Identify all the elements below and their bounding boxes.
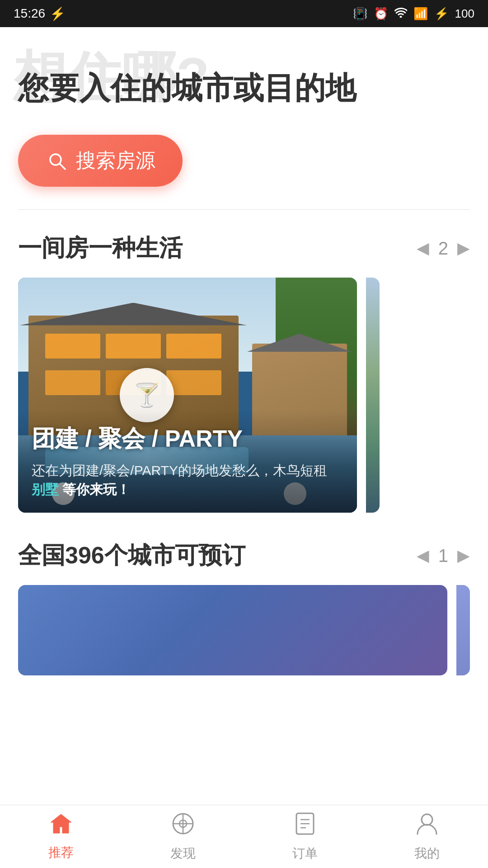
next-arrow-2-icon[interactable]: ▶ (457, 546, 470, 565)
section-2: 全国396个城市可预订 ◀ 1 ▶ (18, 540, 470, 675)
banner-overlay: 团建 / 聚会 / PARTY 还在为团建/聚会/PARTY的场地发愁么，木鸟短… (18, 410, 357, 513)
signal-icon: 📶 (413, 7, 428, 21)
nav-label-home: 推荐 (48, 844, 74, 861)
nav-label-orders: 订单 (292, 845, 318, 862)
prev-arrow-2-icon[interactable]: ◀ (417, 546, 429, 565)
charge-icon: ⚡ (434, 7, 449, 21)
section-2-nav[interactable]: ◀ 1 ▶ (417, 546, 470, 566)
prev-arrow-icon[interactable]: ◀ (417, 239, 429, 258)
section-1: 一间房一种生活 ◀ 2 ▶ (18, 232, 470, 513)
status-bar: 15:26 ⚡ 📳 ⏰ 📶 ⚡ 100 (0, 0, 488, 27)
search-icon (45, 149, 69, 173)
section-1-title: 一间房一种生活 (18, 232, 183, 264)
time-display: 15:26 (14, 6, 45, 21)
city-banner-card[interactable] (18, 585, 447, 675)
section-2-header: 全国396个城市可预订 ◀ 1 ▶ (18, 540, 470, 571)
alarm-icon: ⏰ (374, 7, 388, 21)
status-right: 📳 ⏰ 📶 ⚡ 100 (353, 7, 474, 21)
battery-display: 100 (455, 7, 474, 21)
nav-item-discover[interactable]: 发现 (122, 811, 244, 862)
svg-point-10 (422, 814, 432, 825)
city-banner-wrapper (18, 585, 470, 675)
section-2-title: 全国396个城市可预订 (18, 540, 245, 571)
hero-section: 想住哪? 您要入住的城市或目的地 搜索房源 (18, 54, 470, 187)
status-left: 15:26 ⚡ (14, 6, 66, 21)
wifi-icon (394, 7, 407, 21)
svg-line-1 (60, 164, 65, 169)
banner-wrapper: 🍸 团建 / 聚会 / PARTY 还在为团建/聚会/PARTY的场地发愁么，木… (18, 278, 470, 513)
nav-item-orders[interactable]: 订单 (244, 811, 366, 862)
vibrate-icon: 📳 (353, 7, 367, 21)
hero-title: 您要入住的城市或目的地 (18, 54, 470, 108)
usb-icon: ⚡ (50, 6, 66, 21)
main-content: 想住哪? 您要入住的城市或目的地 搜索房源 一间房一种生活 ◀ 2 ▶ (0, 27, 488, 675)
banner-sub-text: 还在为团建/聚会/PARTY的场地发愁么，木鸟短租 别墅 等你来玩！ (32, 461, 343, 499)
banner-main-title: 团建 / 聚会 / PARTY (32, 423, 343, 455)
profile-icon (415, 811, 439, 841)
banner-highlight: 别墅 (32, 482, 59, 497)
search-button[interactable]: 搜索房源 (18, 135, 183, 187)
next-arrow-icon[interactable]: ▶ (457, 239, 470, 258)
discover-icon (171, 811, 195, 841)
nav-item-home[interactable]: 推荐 (0, 812, 122, 861)
bottom-nav: 推荐 发现 订单 (0, 805, 488, 868)
orders-icon (294, 811, 316, 841)
divider (18, 209, 470, 210)
section-2-page: 1 (438, 546, 448, 566)
home-icon (49, 812, 73, 840)
banner-sub-prefix: 还在为团建/聚会/PARTY的场地发愁么，木鸟短租 (32, 463, 327, 478)
windows-row1 (45, 334, 222, 359)
banner-suffix: 等你来玩！ (59, 482, 130, 497)
section-1-page: 2 (438, 238, 448, 259)
search-label: 搜索房源 (76, 147, 155, 174)
nav-label-discover: 发现 (170, 845, 196, 862)
nav-label-profile: 我的 (414, 845, 440, 862)
banner-card[interactable]: 🍸 团建 / 聚会 / PARTY 还在为团建/聚会/PARTY的场地发愁么，木… (18, 278, 357, 513)
section-1-nav[interactable]: ◀ 2 ▶ (417, 238, 470, 259)
city-banner-peek (456, 585, 470, 675)
banner-peek (366, 278, 380, 513)
nav-item-profile[interactable]: 我的 (366, 811, 488, 862)
section-1-header: 一间房一种生活 ◀ 2 ▶ (18, 232, 470, 264)
